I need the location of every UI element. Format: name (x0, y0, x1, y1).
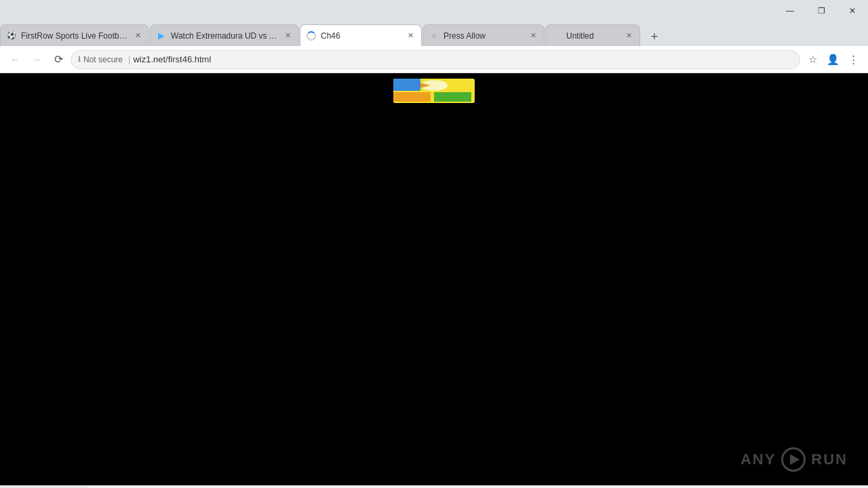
tab-close-ch46[interactable]: ✕ (405, 30, 416, 41)
site-logo (393, 79, 475, 103)
anyrun-play-icon (781, 447, 806, 472)
window-controls: — ❐ ✕ (774, 0, 868, 22)
new-tab-button[interactable]: + (644, 27, 665, 46)
tab-title-untitled: Untitled (566, 31, 620, 41)
svg-rect-4 (434, 92, 471, 102)
tab-favicon-untitled (551, 30, 562, 41)
tab-ch46[interactable]: Ch46 ✕ (300, 24, 422, 46)
tab-spinner-ch46 (306, 30, 317, 41)
tab-favicon-pressallow: ○ (429, 30, 439, 41)
back-button[interactable]: ← (5, 50, 24, 69)
toolbar: ← → ⟳ ℹ Not secure | wiz1.net/first46.ht… (0, 46, 868, 73)
tab-firstrow[interactable]: ⚽ FirstRow Sports Live Football St ✕ (0, 24, 149, 46)
tab-close-firstrow[interactable]: ✕ (132, 30, 143, 41)
page-content: ANY RUN (0, 73, 868, 485)
tab-title-watch: Watch Extremadura UD vs Alme... (171, 31, 279, 41)
svg-rect-3 (393, 92, 431, 102)
menu-button[interactable]: ⋮ (844, 50, 863, 69)
svg-rect-1 (393, 79, 420, 91)
statusbar: Waiting for sawlive.tv... (0, 485, 868, 488)
address-bar[interactable]: ℹ Not secure | wiz1.net/first46.html (71, 50, 800, 69)
toolbar-right: ☆ 👤 ⋮ (803, 50, 863, 69)
tab-title-ch46: Ch46 (321, 31, 402, 41)
bookmark-button[interactable]: ☆ (803, 50, 822, 69)
url-separator: | (128, 54, 130, 64)
tabs-bar: ⚽ FirstRow Sports Live Football St ✕ ▶ W… (0, 22, 868, 46)
anyrun-watermark: ANY RUN (741, 447, 848, 472)
anyrun-text-any: ANY (741, 451, 776, 468)
titlebar: — ❐ ✕ (0, 0, 868, 22)
tab-title-firstrow: FirstRow Sports Live Football St (21, 31, 130, 41)
url-text: wiz1.net/first46.html (133, 54, 211, 64)
profile-button[interactable]: 👤 (823, 50, 842, 69)
maximize-button[interactable]: ❐ (806, 0, 837, 22)
tab-untitled[interactable]: Untitled ✕ (545, 24, 640, 46)
tab-pressallow[interactable]: ○ Press Allow ✕ (422, 24, 545, 46)
tab-favicon-firstrow: ⚽ (6, 30, 17, 41)
tab-close-pressallow[interactable]: ✕ (528, 30, 538, 41)
forward-button[interactable]: → (27, 50, 46, 69)
minimize-button[interactable]: — (774, 0, 806, 22)
tab-favicon-watch: ▶ (156, 30, 167, 41)
tab-watch[interactable]: ▶ Watch Extremadura UD vs Alme... ✕ (150, 24, 299, 46)
security-label: Not secure (83, 55, 123, 64)
tab-close-untitled[interactable]: ✕ (623, 30, 634, 41)
close-button[interactable]: ✕ (837, 0, 868, 22)
tab-close-watch[interactable]: ✕ (282, 30, 293, 41)
page-logo (393, 77, 475, 104)
security-icon: ℹ (78, 55, 81, 64)
anyrun-text-run: RUN (811, 451, 848, 468)
reload-button[interactable]: ⟳ (49, 50, 68, 69)
tab-title-pressallow: Press Allow (443, 31, 525, 41)
